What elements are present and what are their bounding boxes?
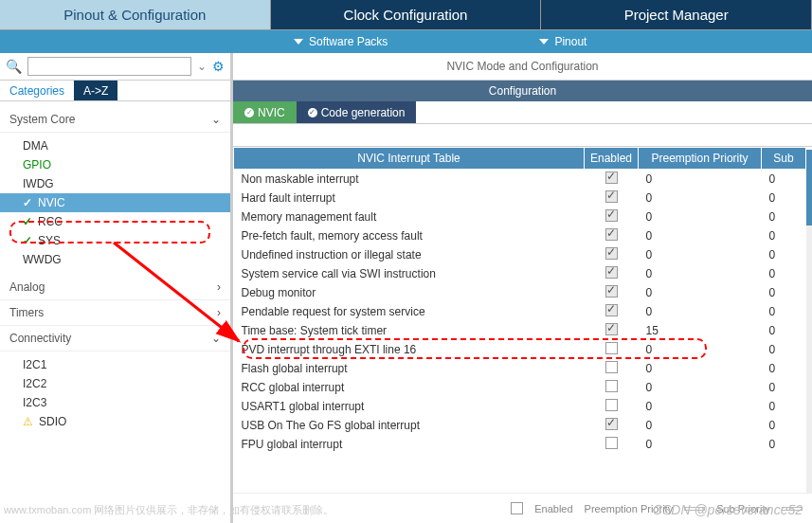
tree-item-sys[interactable]: SYS	[0, 231, 230, 250]
table-row[interactable]: Memory management fault00	[234, 207, 806, 226]
gear-icon[interactable]: ⚙	[212, 59, 225, 74]
chevron-down-icon: ⌄	[211, 332, 221, 345]
section-label: System Core	[9, 113, 75, 126]
tab-categories[interactable]: Categories	[0, 81, 74, 100]
enabled-checkbox[interactable]	[605, 380, 618, 392]
enabled-checkbox[interactable]	[605, 342, 618, 354]
cell-sub[interactable]: 0	[762, 321, 806, 340]
cell-preempt[interactable]: 0	[639, 226, 762, 245]
cell-sub[interactable]: 0	[762, 189, 806, 207]
tab-project-manager[interactable]: Project Manager	[541, 0, 812, 29]
enabled-checkbox[interactable]	[605, 361, 618, 373]
dropdown-toggle[interactable]: ⌄	[197, 60, 207, 73]
cell-preempt[interactable]: 0	[639, 283, 762, 302]
table-row[interactable]: PVD interrupt through EXTI line 1600	[234, 340, 806, 359]
cell-interrupt-name: RCC global interrupt	[234, 378, 585, 397]
table-row[interactable]: Hard fault interrupt00	[234, 189, 806, 207]
table-row[interactable]: Pre-fetch fault, memory access fault00	[234, 226, 806, 245]
enabled-checkbox[interactable]	[605, 437, 618, 449]
cell-preempt[interactable]: 0	[639, 340, 762, 359]
tab-clock-config[interactable]: Clock Configuration	[271, 0, 542, 29]
cell-sub[interactable]: 0	[762, 416, 806, 435]
cell-sub[interactable]: 0	[762, 359, 806, 378]
cell-enabled	[585, 189, 639, 207]
tree-item-dma[interactable]: DMA	[0, 136, 230, 155]
check-icon	[23, 196, 34, 209]
cell-interrupt-name: Time base: System tick timer	[234, 321, 585, 340]
section-system-core[interactable]: System Core ⌄	[0, 107, 230, 133]
table-row[interactable]: Non maskable interrupt00	[234, 170, 806, 189]
tree-item-nvic[interactable]: NVIC	[0, 193, 230, 212]
scrollbar[interactable]	[806, 150, 812, 493]
table-row[interactable]: Flash global interrupt00	[234, 359, 806, 378]
cell-enabled	[585, 170, 639, 189]
cell-preempt[interactable]: 0	[639, 416, 762, 435]
cell-sub[interactable]: 0	[762, 378, 806, 397]
cell-sub[interactable]: 0	[762, 397, 806, 416]
tab-a-to-z[interactable]: A->Z	[74, 81, 117, 100]
section-connectivity[interactable]: Connectivity ⌄	[0, 326, 230, 352]
tree-item-gpio[interactable]: GPIO	[0, 155, 230, 174]
table-row[interactable]: RCC global interrupt00	[234, 378, 806, 397]
config-panel: NVIC Mode and Configuration Configuratio…	[233, 53, 812, 523]
cell-preempt[interactable]: 0	[639, 359, 762, 378]
cell-preempt[interactable]: 0	[639, 264, 762, 283]
tree-item-wwdg[interactable]: WWDG	[0, 250, 230, 269]
cell-preempt[interactable]: 0	[639, 302, 762, 321]
search-input[interactable]	[27, 57, 191, 76]
cell-sub[interactable]: 0	[762, 264, 806, 283]
cell-sub[interactable]: 0	[762, 302, 806, 321]
col-enabled[interactable]: Enabled	[585, 148, 639, 170]
nvic-table: NVIC Interrupt Table Enabled Preemption …	[233, 147, 806, 454]
section-analog[interactable]: Analog ›	[0, 275, 230, 300]
check-icon	[308, 108, 317, 117]
cell-enabled	[585, 359, 639, 378]
enabled-checkbox	[605, 285, 618, 298]
table-row[interactable]: Time base: System tick timer150	[234, 321, 806, 340]
chevron-down-icon	[539, 39, 549, 45]
inner-tab-codegen[interactable]: Code generation	[297, 101, 417, 123]
cell-sub[interactable]: 0	[762, 170, 806, 189]
col-interrupt-table[interactable]: NVIC Interrupt Table	[234, 148, 585, 170]
tree-item-i2c3[interactable]: I2C3	[0, 393, 230, 412]
tree-item-rcc[interactable]: RCC	[0, 212, 230, 231]
watermark: www.txmoban.com 网络图片仅供展示，非存储，如有侵权请联系删除。	[4, 503, 334, 517]
table-row[interactable]: FPU global interrupt00	[234, 435, 806, 454]
cell-sub[interactable]: 0	[762, 226, 806, 245]
cell-sub[interactable]: 0	[762, 283, 806, 302]
software-packs-menu[interactable]: Software Packs	[294, 35, 388, 48]
tree-item-sdio[interactable]: SDIO	[0, 412, 230, 431]
cell-preempt[interactable]: 0	[639, 435, 762, 454]
cell-sub[interactable]: 0	[762, 245, 806, 264]
table-row[interactable]: Debug monitor00	[234, 283, 806, 302]
col-preempt-priority[interactable]: Preemption Priority	[639, 148, 762, 170]
cell-preempt[interactable]: 0	[639, 397, 762, 416]
cell-preempt[interactable]: 0	[639, 170, 762, 189]
enabled-checkbox[interactable]	[605, 399, 618, 411]
tab-pinout-config[interactable]: Pinout & Configuration	[0, 0, 271, 29]
cell-sub[interactable]: 0	[762, 435, 806, 454]
cell-preempt[interactable]: 0	[639, 207, 762, 226]
check-icon	[244, 108, 254, 117]
section-label: Timers	[9, 306, 44, 319]
footer-enabled-checkbox[interactable]	[511, 502, 523, 514]
pinout-menu[interactable]: Pinout	[539, 35, 586, 48]
tree-item-iwdg[interactable]: IWDG	[0, 174, 230, 193]
table-row[interactable]: Pendable request for system service00	[234, 302, 806, 321]
inner-tab-nvic[interactable]: NVIC	[233, 101, 297, 123]
col-sub-priority[interactable]: Sub	[762, 148, 806, 170]
cell-preempt[interactable]: 0	[639, 378, 762, 397]
cell-sub[interactable]: 0	[762, 340, 806, 359]
tree-item-i2c1[interactable]: I2C1	[0, 355, 230, 374]
table-row[interactable]: Undefined instruction or illegal state00	[234, 245, 806, 264]
cell-preempt[interactable]: 15	[639, 321, 762, 340]
table-row[interactable]: USB On The Go FS global interrupt00	[234, 416, 806, 435]
table-row[interactable]: System service call via SWI instruction0…	[234, 264, 806, 283]
cell-preempt[interactable]: 0	[639, 189, 762, 207]
table-row[interactable]: USART1 global interrupt00	[234, 397, 806, 416]
cell-sub[interactable]: 0	[762, 207, 806, 226]
section-timers[interactable]: Timers ›	[0, 300, 230, 326]
tree-item-i2c2[interactable]: I2C2	[0, 374, 230, 393]
enabled-checkbox	[605, 418, 618, 430]
cell-preempt[interactable]: 0	[639, 245, 762, 264]
